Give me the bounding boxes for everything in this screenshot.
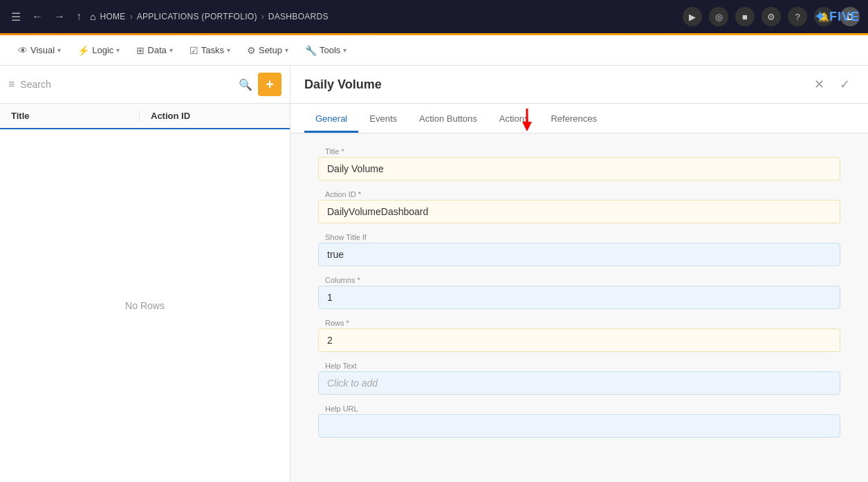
five-logo: ✦ FIVE — [814, 8, 860, 25]
robot-button[interactable]: ⚙ — [761, 7, 781, 26]
filter-icon[interactable]: ≡ — [8, 78, 15, 91]
tabs-bar: General Events Action Buttons Actions Re… — [290, 104, 868, 133]
tab-action-buttons[interactable]: Action Buttons — [408, 104, 488, 133]
data-caret: ▾ — [169, 46, 173, 54]
add-button[interactable]: + — [258, 73, 281, 96]
stop-button[interactable]: ■ — [735, 7, 755, 26]
field-action-id-label: Action ID * — [318, 190, 840, 198]
field-columns: Columns * — [318, 276, 840, 309]
field-rows-label: Rows * — [318, 319, 840, 327]
tab-events[interactable]: Events — [358, 104, 408, 133]
right-panel: Daily Volume ✕ ✓ General Events Action B… — [290, 66, 868, 482]
tools-icon: 🔧 — [305, 45, 317, 56]
field-help-url-input[interactable] — [318, 414, 840, 438]
field-columns-label: Columns * — [318, 276, 840, 284]
search-icon[interactable]: 🔍 — [239, 78, 252, 91]
sidebar-search-bar: ≡ 🔍 + — [0, 66, 290, 104]
field-show-title-if: Show Title If — [318, 233, 840, 266]
up-icon[interactable]: ↑ — [73, 8, 84, 26]
form-content: Title * Action ID * Show Title If Column… — [290, 133, 868, 482]
tab-general[interactable]: General — [304, 104, 358, 133]
tasks-icon: ☑ — [190, 45, 198, 56]
menu-icon[interactable]: ☰ — [8, 8, 24, 26]
tab-references[interactable]: References — [539, 104, 607, 133]
logo-icon: ✦ — [814, 8, 827, 25]
sidebar-table-header: Title Action ID — [0, 104, 290, 129]
close-button[interactable]: ✕ — [810, 75, 829, 93]
nav-data[interactable]: ⊞ Data ▾ — [129, 41, 179, 60]
breadcrumb-separator-2: › — [261, 12, 264, 21]
main-content: ≡ 🔍 + Title Action ID No Rows Daily Volu… — [0, 66, 868, 482]
sidebar: ≡ 🔍 + Title Action ID No Rows — [0, 66, 290, 482]
sidebar-empty-state: No Rows — [0, 129, 290, 482]
field-action-id: Action ID * — [318, 190, 840, 223]
search-input-wrap — [20, 78, 233, 91]
field-show-title-if-input[interactable] — [318, 243, 840, 266]
visual-caret: ▾ — [57, 46, 61, 54]
confirm-button[interactable]: ✓ — [835, 75, 854, 93]
field-columns-input[interactable] — [318, 286, 840, 309]
home-icon: ⌂ — [90, 11, 95, 22]
tools-caret: ▾ — [343, 46, 347, 54]
field-help-text: Help Text — [318, 362, 840, 395]
tabs-container: General Events Action Buttons Actions Re… — [290, 104, 868, 133]
nav-tasks[interactable]: ☑ Tasks ▾ — [183, 41, 237, 60]
field-title: Title * — [318, 147, 840, 180]
column-action-id: Action ID — [139, 111, 279, 121]
field-action-id-input[interactable] — [318, 200, 840, 223]
breadcrumb-applications[interactable]: APPLICATIONS (PORTFOLIO) — [137, 12, 257, 21]
field-title-label: Title * — [318, 147, 840, 156]
logic-caret: ▾ — [116, 46, 120, 54]
field-show-title-if-label: Show Title If — [318, 233, 840, 241]
panel-actions: ✕ ✓ — [810, 75, 854, 93]
breadcrumb: ⌂ HOME › APPLICATIONS (PORTFOLIO) › DASH… — [90, 11, 329, 22]
panel-title: Daily Volume — [304, 77, 810, 92]
breadcrumb-home[interactable]: HOME — [100, 12, 125, 21]
field-rows-input[interactable] — [318, 328, 840, 352]
data-icon: ⊞ — [136, 45, 145, 56]
secondary-navigation: 👁 Visual ▾ ⚡ Logic ▾ ⊞ Data ▾ ☑ Tasks ▾ … — [0, 35, 868, 66]
top-navigation: ☰ ← → ↑ ⌂ HOME › APPLICATIONS (PORTFOLIO… — [0, 0, 868, 33]
panel-header: Daily Volume ✕ ✓ — [290, 66, 868, 104]
field-help-text-input[interactable] — [318, 371, 840, 395]
breadcrumb-dashboards[interactable]: DASHBOARDS — [268, 12, 329, 21]
back-icon[interactable]: ← — [29, 8, 46, 26]
tab-actions[interactable]: Actions — [488, 104, 540, 133]
nav-setup[interactable]: ⚙ Setup ▾ — [240, 41, 295, 60]
setup-icon: ⚙ — [247, 45, 256, 56]
setup-caret: ▾ — [285, 46, 288, 54]
nav-left: ☰ ← → ↑ ⌂ HOME › APPLICATIONS (PORTFOLIO… — [8, 8, 677, 26]
play-button[interactable]: ▶ — [683, 7, 702, 26]
field-rows: Rows * — [318, 319, 840, 352]
forward-icon[interactable]: → — [51, 8, 68, 26]
logic-icon: ⚡ — [77, 45, 89, 56]
help-button[interactable]: ? — [788, 7, 807, 26]
visual-icon: 👁 — [18, 45, 28, 56]
breadcrumb-separator-1: › — [130, 12, 133, 21]
field-help-url: Help URL — [318, 405, 840, 438]
search-input[interactable] — [20, 79, 233, 90]
field-title-input[interactable] — [318, 157, 840, 180]
preview-button[interactable]: ◎ — [709, 7, 728, 26]
nav-logic[interactable]: ⚡ Logic ▾ — [71, 41, 127, 60]
nav-visual[interactable]: 👁 Visual ▾ — [11, 41, 68, 60]
tasks-caret: ▾ — [227, 46, 230, 54]
field-help-text-label: Help Text — [318, 362, 840, 370]
column-title: Title — [11, 111, 139, 121]
field-help-url-label: Help URL — [318, 405, 840, 413]
nav-tools[interactable]: 🔧 Tools ▾ — [298, 41, 353, 60]
